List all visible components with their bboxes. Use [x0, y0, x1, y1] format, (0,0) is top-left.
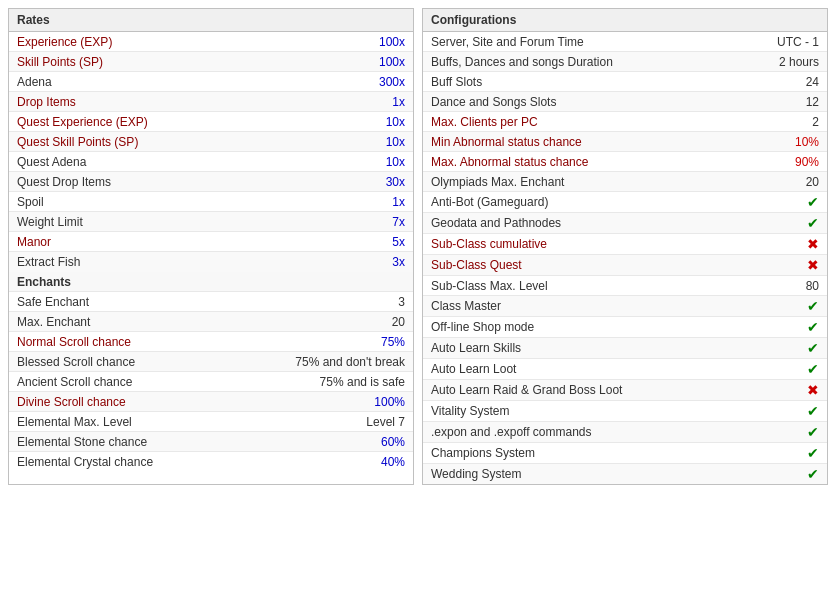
config-row-value: 2 hours — [779, 55, 819, 69]
config-row: Buff Slots24 — [423, 72, 827, 92]
rates-row-label: Quest Adena — [17, 155, 86, 169]
config-row: Wedding System✔ — [423, 464, 827, 484]
enchants-row-label: Normal Scroll chance — [17, 335, 131, 349]
enchants-row: Ancient Scroll chance75% and is safe — [9, 372, 413, 392]
config-row: Olympiads Max. Enchant20 — [423, 172, 827, 192]
config-row: Auto Learn Raid & Grand Boss Loot✖ — [423, 380, 827, 401]
enchants-row-value: 75% and don't break — [295, 355, 405, 369]
config-row-label: Auto Learn Raid & Grand Boss Loot — [431, 383, 622, 397]
config-row-label: Olympiads Max. Enchant — [431, 175, 564, 189]
enchants-row: Blessed Scroll chance75% and don't break — [9, 352, 413, 372]
enchants-row-label: Max. Enchant — [17, 315, 90, 329]
config-row: Sub-Class cumulative✖ — [423, 234, 827, 255]
enchants-row-value: 3 — [398, 295, 405, 309]
config-row: .expon and .expoff commands✔ — [423, 422, 827, 443]
rates-row-label: Skill Points (SP) — [17, 55, 103, 69]
config-row-value: ✔ — [807, 403, 819, 419]
config-row-label: Min Abnormal status chance — [431, 135, 582, 149]
config-row: Vitality System✔ — [423, 401, 827, 422]
rates-row-label: Quest Experience (EXP) — [17, 115, 148, 129]
config-row: Geodata and Pathnodes✔ — [423, 213, 827, 234]
rates-panel: Rates Experience (EXP)100xSkill Points (… — [8, 8, 414, 485]
enchants-row-label: Ancient Scroll chance — [17, 375, 132, 389]
config-row-label: Class Master — [431, 299, 501, 313]
enchants-label: Enchants — [17, 275, 71, 289]
enchants-row: Safe Enchant3 — [9, 292, 413, 312]
enchants-row: Normal Scroll chance75% — [9, 332, 413, 352]
rates-row-value: 30x — [386, 175, 405, 189]
rates-row-value: 7x — [392, 215, 405, 229]
config-row-label: Sub-Class Max. Level — [431, 279, 548, 293]
enchants-row-value: 20 — [392, 315, 405, 329]
config-row-value: 10% — [795, 135, 819, 149]
config-row-value: 80 — [806, 279, 819, 293]
config-row-value: ✔ — [807, 340, 819, 356]
rates-row-value: 10x — [386, 135, 405, 149]
rates-row-label: Drop Items — [17, 95, 76, 109]
rates-row: Quest Experience (EXP)10x — [9, 112, 413, 132]
config-row-label: Buffs, Dances and songs Duration — [431, 55, 613, 69]
config-row-value: 90% — [795, 155, 819, 169]
config-row-label: Anti-Bot (Gameguard) — [431, 195, 548, 209]
main-container: Rates Experience (EXP)100xSkill Points (… — [8, 8, 828, 485]
config-row-label: Sub-Class Quest — [431, 258, 522, 272]
enchants-row-label: Elemental Crystal chance — [17, 455, 153, 469]
rates-row-label: Weight Limit — [17, 215, 83, 229]
enchants-row-value: 40% — [381, 455, 405, 469]
rates-row-label: Manor — [17, 235, 51, 249]
rates-row: Manor5x — [9, 232, 413, 252]
enchants-row-value: 100% — [374, 395, 405, 409]
config-row-label: Server, Site and Forum Time — [431, 35, 584, 49]
enchants-row-value: Level 7 — [366, 415, 405, 429]
rates-row-value: 100x — [379, 35, 405, 49]
config-row-label: Sub-Class cumulative — [431, 237, 547, 251]
config-row-label: Auto Learn Skills — [431, 341, 521, 355]
config-row: Max. Abnormal status chance90% — [423, 152, 827, 172]
config-row-label: Vitality System — [431, 404, 509, 418]
config-row: Buffs, Dances and songs Duration2 hours — [423, 52, 827, 72]
rates-row: Quest Adena10x — [9, 152, 413, 172]
config-row-label: Auto Learn Loot — [431, 362, 516, 376]
rates-row-value: 10x — [386, 155, 405, 169]
configurations-panel: Configurations Server, Site and Forum Ti… — [422, 8, 828, 485]
config-row: Class Master✔ — [423, 296, 827, 317]
rates-row-value: 300x — [379, 75, 405, 89]
config-row-value: ✔ — [807, 319, 819, 335]
enchants-row: Elemental Stone chance60% — [9, 432, 413, 452]
config-row: Off-line Shop mode✔ — [423, 317, 827, 338]
rates-row-value: 1x — [392, 95, 405, 109]
config-row-label: Buff Slots — [431, 75, 482, 89]
enchants-section-header: Enchants — [9, 272, 413, 292]
rates-row-label: Extract Fish — [17, 255, 80, 269]
config-row-value: ✔ — [807, 215, 819, 231]
config-row-value: 24 — [806, 75, 819, 89]
enchants-row-label: Divine Scroll chance — [17, 395, 126, 409]
enchants-row-value: 60% — [381, 435, 405, 449]
config-row-label: Champions System — [431, 446, 535, 460]
rates-row-label: Spoil — [17, 195, 44, 209]
enchants-row-label: Blessed Scroll chance — [17, 355, 135, 369]
config-row-label: Off-line Shop mode — [431, 320, 534, 334]
config-row-value: ✖ — [807, 236, 819, 252]
config-row: Max. Clients per PC2 — [423, 112, 827, 132]
config-row-value: ✔ — [807, 361, 819, 377]
rates-row-value: 3x — [392, 255, 405, 269]
enchants-row-value: 75% and is safe — [320, 375, 405, 389]
config-row: Sub-Class Quest✖ — [423, 255, 827, 276]
config-row: Anti-Bot (Gameguard)✔ — [423, 192, 827, 213]
config-row-value: 20 — [806, 175, 819, 189]
config-row-label: .expon and .expoff commands — [431, 425, 592, 439]
rates-row: Quest Drop Items30x — [9, 172, 413, 192]
config-row-value: 12 — [806, 95, 819, 109]
config-row-label: Wedding System — [431, 467, 522, 481]
config-row: Server, Site and Forum TimeUTC - 1 — [423, 32, 827, 52]
enchants-row: Max. Enchant20 — [9, 312, 413, 332]
config-row: Dance and Songs Slots12 — [423, 92, 827, 112]
enchants-row-label: Elemental Stone chance — [17, 435, 147, 449]
rates-row: Drop Items1x — [9, 92, 413, 112]
config-row-label: Geodata and Pathnodes — [431, 216, 561, 230]
rates-row: Weight Limit7x — [9, 212, 413, 232]
config-row: Auto Learn Skills✔ — [423, 338, 827, 359]
config-row-label: Dance and Songs Slots — [431, 95, 556, 109]
config-row: Champions System✔ — [423, 443, 827, 464]
